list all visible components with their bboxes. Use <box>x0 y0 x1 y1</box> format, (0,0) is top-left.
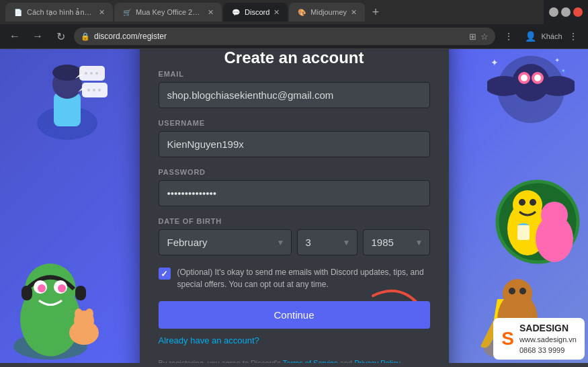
tab4-favicon: 🎨 <box>297 7 306 17</box>
privacy-link[interactable]: Privacy Policy <box>354 359 400 363</box>
password-input[interactable] <box>159 180 430 206</box>
browser-chrome: 📄 Cách tạo hình ảnh từ văn bản b... ✕ 🛒 … <box>0 0 588 49</box>
checkbox-label: (Optional) It's okay to send me emails w… <box>177 266 430 290</box>
tos-link[interactable]: Terms of Service <box>283 359 338 363</box>
tab1-title: Cách tạo hình ảnh từ văn bản b... <box>27 8 95 17</box>
tab2-close[interactable]: ✕ <box>208 8 214 17</box>
email-group: EMAIL <box>159 70 430 108</box>
extensions-button[interactable]: ⋮ <box>499 27 518 46</box>
tab-bar: 📄 Cách tạo hình ảnh từ văn bản b... ✕ 🛒 … <box>0 0 544 24</box>
modal-title: Create an account <box>159 49 430 67</box>
month-select[interactable]: January February March April May June Ju… <box>159 229 292 255</box>
username-label: USERNAME <box>159 119 430 127</box>
year-select[interactable]: 1985 1990 <box>363 229 430 255</box>
tab3-favicon: 💬 <box>231 7 241 17</box>
address-text: discord.com/register <box>94 32 167 41</box>
close-button[interactable]: ✕ <box>573 7 583 17</box>
dob-group: DATE OF BIRTH January February March Apr… <box>159 217 430 255</box>
checkbox-row: ✓ (Optional) It's okay to send me emails… <box>159 266 430 290</box>
email-updates-checkbox[interactable]: ✓ <box>159 268 171 280</box>
tab-2[interactable]: 🛒 Mua Key Office 2019 Professio... ✕ <box>114 3 222 22</box>
tos-text: By registering, you agree to Discord's T… <box>159 358 430 363</box>
email-label: EMAIL <box>159 70 430 78</box>
back-button[interactable]: ← <box>5 27 24 46</box>
toolbar-right: ⋮ 👤 Khách ⋮ <box>499 27 583 46</box>
tab4-title: Midjourney <box>310 8 347 16</box>
tab1-close[interactable]: ✕ <box>99 8 105 17</box>
year-select-wrap: 1985 1990 ▼ <box>363 229 430 255</box>
lock-icon: 🔒 <box>81 32 90 41</box>
guest-label: Khách <box>542 27 561 46</box>
email-input[interactable] <box>159 82 430 108</box>
modal-overlay: Create an account EMAIL USERNAME PASSWOR… <box>0 49 588 363</box>
username-group: USERNAME <box>159 119 430 157</box>
dob-row: January February March April May June Ju… <box>159 229 430 255</box>
day-select-wrap: 1 2 3 4 5 ▼ <box>297 229 358 255</box>
window-controls: — □ ✕ <box>544 7 588 17</box>
address-box[interactable]: 🔒 discord.com/register ⊞ ☆ <box>74 28 495 45</box>
tab3-title: Discord <box>245 8 269 16</box>
dob-label: DATE OF BIRTH <box>159 217 430 225</box>
tab-4[interactable]: 🎨 Midjourney ✕ <box>289 3 365 22</box>
new-tab-button[interactable]: + <box>366 3 385 22</box>
checkbox-check-icon: ✓ <box>161 269 168 279</box>
tab1-favicon: 📄 <box>13 7 23 17</box>
tos-suffix: . <box>400 359 402 363</box>
menu-button[interactable]: ⋮ <box>564 27 583 46</box>
profile-button[interactable]: 👤 <box>521 27 540 46</box>
month-select-wrap: January February March April May June Ju… <box>159 229 292 255</box>
minimize-button[interactable]: — <box>549 7 558 17</box>
tab4-close[interactable]: ✕ <box>351 8 357 17</box>
translate-icon: ⊞ <box>469 32 476 42</box>
forward-button[interactable]: → <box>28 27 47 46</box>
tab-1[interactable]: 📄 Cách tạo hình ảnh từ văn bản b... ✕ <box>5 3 113 22</box>
tab2-title: Mua Key Office 2019 Professio... <box>136 8 204 16</box>
tab2-favicon: 🛒 <box>122 7 132 17</box>
page-background: ✦ ✦ ✦ <box>0 49 588 363</box>
tab-3[interactable]: 💬 Discord ✕ <box>223 3 288 22</box>
address-bar-row: ← → ↻ 🔒 discord.com/register ⊞ ☆ ⋮ 👤 Khá… <box>0 24 588 48</box>
continue-btn-wrap: Continue <box>159 301 430 335</box>
password-label: PASSWORD <box>159 168 430 176</box>
continue-button[interactable]: Continue <box>159 301 430 329</box>
reload-button[interactable]: ↻ <box>51 27 70 46</box>
register-modal: Create an account EMAIL USERNAME PASSWOR… <box>140 49 449 363</box>
maximize-button[interactable]: □ <box>561 7 571 17</box>
username-input[interactable] <box>159 131 430 157</box>
password-group: PASSWORD <box>159 168 430 206</box>
day-select[interactable]: 1 2 3 4 5 <box>297 229 358 255</box>
bookmark-icon: ☆ <box>480 32 489 42</box>
tos-and: and <box>338 359 354 363</box>
tab3-close[interactable]: ✕ <box>274 8 280 17</box>
tos-prefix: By registering, you agree to Discord's <box>159 359 283 363</box>
already-account-link[interactable]: Already have an account? <box>159 335 430 345</box>
